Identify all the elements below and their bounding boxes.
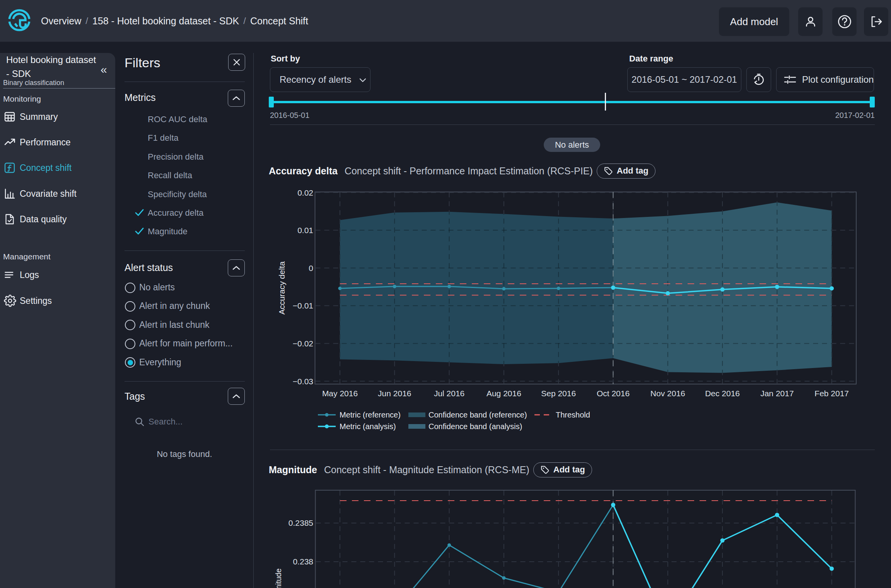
svg-text:Dec 2016: Dec 2016	[705, 389, 740, 398]
svg-text:−0.02: −0.02	[293, 339, 313, 348]
svg-text:May 2016: May 2016	[322, 389, 358, 398]
svg-text:0.01: 0.01	[297, 226, 313, 235]
svg-text:Feb 2017: Feb 2017	[814, 389, 849, 398]
svg-text:Jan 2017: Jan 2017	[760, 389, 794, 398]
svg-text:Nov 2016: Nov 2016	[650, 389, 685, 398]
svg-text:Jul 2016: Jul 2016	[434, 389, 464, 398]
svg-text:0: 0	[309, 264, 313, 273]
svg-text:Magnitude: Magnitude	[274, 568, 283, 588]
svg-text:Sep 2016: Sep 2016	[541, 389, 576, 398]
svg-text:0.238: 0.238	[293, 557, 313, 566]
svg-text:0.02: 0.02	[297, 188, 313, 197]
svg-text:Confidence band (analysis): Confidence band (analysis)	[428, 422, 522, 431]
svg-text:Jun 2016: Jun 2016	[378, 389, 411, 398]
svg-text:Oct 2016: Oct 2016	[597, 389, 630, 398]
svg-text:−0.03: −0.03	[293, 377, 313, 386]
svg-text:Metric (analysis): Metric (analysis)	[340, 422, 396, 431]
svg-text:Threshold: Threshold	[556, 411, 590, 419]
svg-text:Aug 2016: Aug 2016	[486, 389, 521, 398]
svg-text:−0.01: −0.01	[293, 301, 313, 310]
svg-text:0.2385: 0.2385	[288, 518, 313, 527]
svg-text:Confidence band (reference): Confidence band (reference)	[428, 411, 527, 419]
svg-text:Accuracy delta: Accuracy delta	[277, 261, 286, 315]
svg-text:Metric (reference): Metric (reference)	[340, 411, 401, 419]
